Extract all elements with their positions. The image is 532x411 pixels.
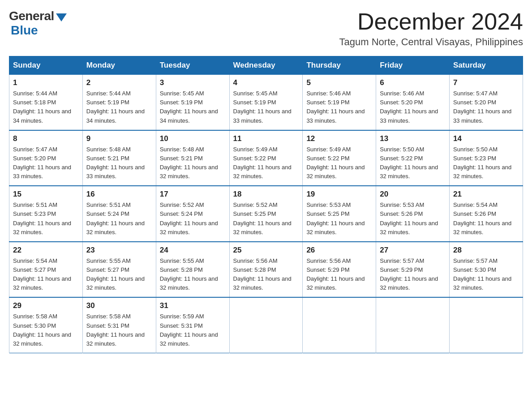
day-number: 15	[13, 190, 79, 199]
day-number: 8	[13, 134, 79, 143]
weekday-header-sunday: Sunday	[9, 56, 83, 75]
month-title: December 2024	[339, 9, 523, 34]
day-number: 7	[453, 78, 519, 87]
calendar-cell: 14Sunrise: 5:50 AMSunset: 5:23 PMDayligh…	[450, 130, 523, 186]
location-title: Tagum Norte, Central Visayas, Philippine…	[339, 36, 523, 48]
calendar-cell: 8Sunrise: 5:47 AMSunset: 5:20 PMDaylight…	[9, 130, 83, 186]
calendar-cell: 24Sunrise: 5:55 AMSunset: 5:28 PMDayligh…	[156, 242, 229, 298]
calendar-cell: 27Sunrise: 5:57 AMSunset: 5:29 PMDayligh…	[376, 242, 450, 298]
day-number: 31	[160, 301, 226, 310]
calendar-cell: 31Sunrise: 5:59 AMSunset: 5:31 PMDayligh…	[156, 297, 229, 353]
day-info: Sunrise: 5:54 AMSunset: 5:26 PMDaylight:…	[453, 201, 519, 237]
calendar-cell	[376, 297, 450, 353]
day-info: Sunrise: 5:58 AMSunset: 5:30 PMDaylight:…	[13, 312, 79, 348]
day-number: 28	[453, 246, 519, 255]
day-number: 12	[306, 134, 372, 143]
calendar-cell: 30Sunrise: 5:58 AMSunset: 5:31 PMDayligh…	[82, 297, 156, 353]
day-info: Sunrise: 5:49 AMSunset: 5:22 PMDaylight:…	[233, 145, 299, 181]
day-info: Sunrise: 5:56 AMSunset: 5:28 PMDaylight:…	[233, 257, 299, 293]
calendar-week-1: 1Sunrise: 5:44 AMSunset: 5:18 PMDaylight…	[9, 75, 523, 130]
day-info: Sunrise: 5:53 AMSunset: 5:26 PMDaylight:…	[380, 201, 446, 237]
calendar-cell: 26Sunrise: 5:56 AMSunset: 5:29 PMDayligh…	[303, 242, 376, 298]
calendar-cell: 19Sunrise: 5:53 AMSunset: 5:25 PMDayligh…	[303, 186, 376, 242]
logo-arrow-icon	[56, 13, 67, 21]
calendar-cell: 20Sunrise: 5:53 AMSunset: 5:26 PMDayligh…	[376, 186, 450, 242]
calendar-week-5: 29Sunrise: 5:58 AMSunset: 5:30 PMDayligh…	[9, 297, 523, 353]
calendar-cell: 1Sunrise: 5:44 AMSunset: 5:18 PMDaylight…	[9, 75, 83, 130]
day-number: 26	[306, 246, 372, 255]
day-info: Sunrise: 5:47 AMSunset: 5:20 PMDaylight:…	[453, 89, 519, 125]
calendar-cell: 7Sunrise: 5:47 AMSunset: 5:20 PMDaylight…	[450, 75, 523, 130]
title-section: December 2024 Tagum Norte, Central Visay…	[339, 9, 523, 48]
day-info: Sunrise: 5:58 AMSunset: 5:31 PMDaylight:…	[86, 312, 152, 348]
calendar-cell: 5Sunrise: 5:46 AMSunset: 5:19 PMDaylight…	[303, 75, 376, 130]
day-number: 3	[160, 78, 226, 87]
calendar-cell: 21Sunrise: 5:54 AMSunset: 5:26 PMDayligh…	[450, 186, 523, 242]
day-info: Sunrise: 5:46 AMSunset: 5:19 PMDaylight:…	[306, 89, 372, 125]
day-info: Sunrise: 5:55 AMSunset: 5:27 PMDaylight:…	[86, 257, 152, 293]
day-info: Sunrise: 5:47 AMSunset: 5:20 PMDaylight:…	[13, 145, 79, 181]
day-number: 20	[380, 190, 446, 199]
calendar-week-3: 15Sunrise: 5:51 AMSunset: 5:23 PMDayligh…	[9, 186, 523, 242]
day-info: Sunrise: 5:59 AMSunset: 5:31 PMDaylight:…	[160, 312, 226, 348]
day-number: 22	[13, 246, 79, 255]
calendar-cell: 28Sunrise: 5:57 AMSunset: 5:30 PMDayligh…	[450, 242, 523, 298]
day-number: 5	[306, 78, 372, 87]
logo-blue-text: Blue	[11, 23, 38, 38]
day-info: Sunrise: 5:49 AMSunset: 5:22 PMDaylight:…	[306, 145, 372, 181]
day-number: 6	[380, 78, 446, 87]
weekday-header-wednesday: Wednesday	[229, 56, 303, 75]
day-number: 21	[453, 190, 519, 199]
day-number: 29	[13, 301, 79, 310]
calendar-cell: 6Sunrise: 5:46 AMSunset: 5:20 PMDaylight…	[376, 75, 450, 130]
day-info: Sunrise: 5:50 AMSunset: 5:22 PMDaylight:…	[380, 145, 446, 181]
logo-general-text: General	[9, 9, 54, 23]
calendar-cell: 4Sunrise: 5:45 AMSunset: 5:19 PMDaylight…	[229, 75, 303, 130]
calendar-week-4: 22Sunrise: 5:54 AMSunset: 5:27 PMDayligh…	[9, 242, 523, 298]
weekday-header-friday: Friday	[376, 56, 450, 75]
calendar-week-2: 8Sunrise: 5:47 AMSunset: 5:20 PMDaylight…	[9, 130, 523, 186]
calendar-cell: 18Sunrise: 5:52 AMSunset: 5:25 PMDayligh…	[229, 186, 303, 242]
day-info: Sunrise: 5:45 AMSunset: 5:19 PMDaylight:…	[233, 89, 299, 125]
calendar-cell	[450, 297, 523, 353]
calendar-cell: 16Sunrise: 5:51 AMSunset: 5:24 PMDayligh…	[82, 186, 156, 242]
day-number: 10	[160, 134, 226, 143]
day-info: Sunrise: 5:56 AMSunset: 5:29 PMDaylight:…	[306, 257, 372, 293]
calendar-cell: 3Sunrise: 5:45 AMSunset: 5:19 PMDaylight…	[156, 75, 229, 130]
day-number: 13	[380, 134, 446, 143]
weekday-header-saturday: Saturday	[450, 56, 523, 75]
calendar-cell: 22Sunrise: 5:54 AMSunset: 5:27 PMDayligh…	[9, 242, 83, 298]
calendar-cell: 13Sunrise: 5:50 AMSunset: 5:22 PMDayligh…	[376, 130, 450, 186]
day-info: Sunrise: 5:45 AMSunset: 5:19 PMDaylight:…	[160, 89, 226, 125]
day-number: 18	[233, 190, 299, 199]
day-info: Sunrise: 5:51 AMSunset: 5:23 PMDaylight:…	[13, 201, 79, 237]
day-info: Sunrise: 5:48 AMSunset: 5:21 PMDaylight:…	[86, 145, 152, 181]
day-number: 14	[453, 134, 519, 143]
day-info: Sunrise: 5:55 AMSunset: 5:28 PMDaylight:…	[160, 257, 226, 293]
logo: General Blue	[9, 9, 67, 38]
day-number: 2	[86, 78, 152, 87]
calendar-cell	[303, 297, 376, 353]
day-number: 30	[86, 301, 152, 310]
day-number: 25	[233, 246, 299, 255]
weekday-header-thursday: Thursday	[303, 56, 376, 75]
day-info: Sunrise: 5:48 AMSunset: 5:21 PMDaylight:…	[160, 145, 226, 181]
calendar-cell: 29Sunrise: 5:58 AMSunset: 5:30 PMDayligh…	[9, 297, 83, 353]
day-info: Sunrise: 5:52 AMSunset: 5:24 PMDaylight:…	[160, 201, 226, 237]
day-info: Sunrise: 5:46 AMSunset: 5:20 PMDaylight:…	[380, 89, 446, 125]
day-info: Sunrise: 5:57 AMSunset: 5:29 PMDaylight:…	[380, 257, 446, 293]
calendar-cell: 15Sunrise: 5:51 AMSunset: 5:23 PMDayligh…	[9, 186, 83, 242]
day-number: 11	[233, 134, 299, 143]
page-header: General Blue December 2024 Tagum Norte, …	[9, 9, 523, 48]
calendar-cell	[229, 297, 303, 353]
day-number: 9	[86, 134, 152, 143]
day-info: Sunrise: 5:50 AMSunset: 5:23 PMDaylight:…	[453, 145, 519, 181]
day-info: Sunrise: 5:57 AMSunset: 5:30 PMDaylight:…	[453, 257, 519, 293]
day-number: 16	[86, 190, 152, 199]
day-number: 23	[86, 246, 152, 255]
day-info: Sunrise: 5:51 AMSunset: 5:24 PMDaylight:…	[86, 201, 152, 237]
calendar-cell: 17Sunrise: 5:52 AMSunset: 5:24 PMDayligh…	[156, 186, 229, 242]
calendar-cell: 25Sunrise: 5:56 AMSunset: 5:28 PMDayligh…	[229, 242, 303, 298]
day-info: Sunrise: 5:44 AMSunset: 5:18 PMDaylight:…	[13, 89, 79, 125]
day-info: Sunrise: 5:53 AMSunset: 5:25 PMDaylight:…	[306, 201, 372, 237]
